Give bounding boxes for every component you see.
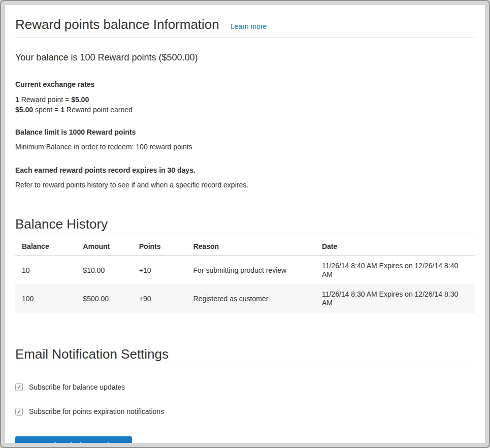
option-label-balance-updates[interactable]: Subscribe for balance updates [29, 383, 125, 391]
column-header-amount: Amount [76, 235, 132, 256]
rate-value: 1 [60, 106, 64, 114]
option-label-points-expiration[interactable]: Subscribe for points expiration notifica… [29, 407, 164, 415]
checkbox-balance-updates[interactable]: ✓ [15, 383, 23, 391]
checkbox-points-expiration[interactable]: ✓ [15, 408, 23, 415]
rate-value: $5.00 [15, 106, 33, 114]
option-balance-updates: ✓ Subscribe for balance updates [15, 383, 475, 391]
column-header-reason: Reason [187, 235, 315, 256]
save-subscription-settings-button[interactable]: Save Subscription Settings [15, 436, 132, 443]
rate-text: spent = [33, 106, 60, 114]
exchange-rate-line-earn: 1 Reward point = $5.00 [15, 95, 475, 105]
table-header-row: Balance Amount Points Reason Date [15, 235, 475, 256]
column-header-balance: Balance [15, 235, 76, 256]
balance-summary: Your balance is 100 Reward points ($500.… [15, 52, 475, 63]
balance-history-table: Balance Amount Points Reason Date 10 $10… [15, 235, 475, 313]
table-row: 10 $10.00 +10 For submitting product rev… [15, 256, 475, 285]
expiration-note-text: Refer to reward points history to see if… [15, 181, 475, 189]
column-header-date: Date [315, 235, 475, 256]
minimum-balance-text: Minimum Balance in order to redeem: 100 … [15, 143, 475, 151]
reward-points-panel: Reward points balance Information Learn … [5, 5, 485, 443]
cell-points: +90 [133, 284, 187, 313]
page-title: Reward points balance Information [15, 16, 219, 33]
checkmark-icon: ✓ [17, 385, 21, 390]
cell-date: 11/26/14 8:40 AM Expires on 12/26/14 8:4… [315, 256, 475, 285]
balance-history-heading: Balance History [15, 216, 475, 235]
cell-date: 11/26/14 8:30 AM Expires on 12/26/14 8:3… [315, 284, 475, 313]
cell-amount: $10.00 [76, 256, 132, 285]
column-header-points: Points [133, 235, 187, 256]
rate-value: 1 [15, 95, 19, 104]
cell-balance: 10 [15, 256, 76, 285]
cell-reason: For submitting product review [187, 256, 315, 285]
cell-amount: $500.00 [76, 284, 132, 313]
option-points-expiration: ✓ Subscribe for points expiration notifi… [15, 407, 475, 415]
rate-text: Reward point = [19, 95, 71, 104]
expiration-text: Each earned reward points record expires… [15, 166, 475, 174]
exchange-rates-text: 1 Reward point = $5.00 $5.00 spent = 1 R… [15, 95, 475, 115]
balance-limit-text: Balance limit is 1000 Reward points [15, 128, 475, 136]
table-row: 100 $500.00 +90 Registered as customer 1… [15, 284, 475, 313]
page-header: Reward points balance Information Learn … [15, 16, 475, 38]
email-notification-heading: Email Notification Settings [15, 346, 475, 366]
learn-more-link[interactable]: Learn more [231, 22, 267, 30]
rate-text: Reward point earned [64, 106, 133, 114]
rate-value: $5.00 [71, 95, 89, 104]
cell-balance: 100 [15, 284, 76, 313]
exchange-rates-heading: Current exchange rates [15, 80, 475, 88]
cell-reason: Registered as customer [187, 284, 315, 313]
cell-points: +10 [133, 256, 187, 285]
checkmark-icon: ✓ [17, 409, 21, 414]
exchange-rate-line-spend: $5.00 spent = 1 Reward point earned [15, 105, 475, 115]
